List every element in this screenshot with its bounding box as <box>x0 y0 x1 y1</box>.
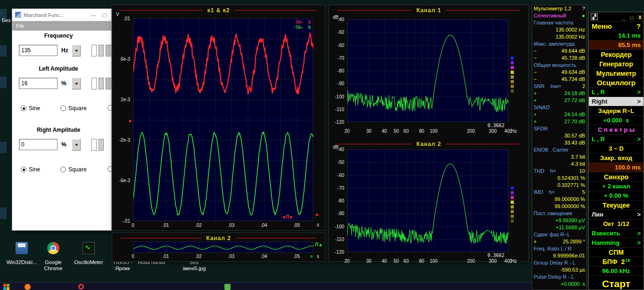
cp-closed-input[interactable]: Закр. вход <box>589 153 644 163</box>
scope-plot[interactable]: -30= 0-50= 0 ◄Л► <box>133 18 313 221</box>
cp-multimeter[interactable]: Мультиметр <box>589 69 644 78</box>
cp-lin[interactable]: Лин> <box>589 210 644 219</box>
spectrum2-titlebar[interactable]: Канал 2 <box>329 140 528 148</box>
channel-color-swatch[interactable] <box>510 209 514 214</box>
cp-right-glyph[interactable]: > <box>637 136 641 143</box>
window-titlebar[interactable]: Marchand Func... — ▢ <box>12 9 111 21</box>
cp-buffer[interactable]: 100.0 ms <box>589 163 644 172</box>
trigger-icon[interactable]: Л▲ <box>315 242 323 247</box>
multimeter-row[interactable]: Мультиметр 1,2? <box>532 5 586 12</box>
radio-partial[interactable] <box>107 166 112 172</box>
channel-color-swatch[interactable] <box>510 70 514 74</box>
scrollbar-fragment[interactable] <box>99 139 104 151</box>
radio-partial[interactable] <box>107 105 112 111</box>
cp-delay-rl[interactable]: Задерж R−L <box>589 106 644 116</box>
control-titlebar[interactable]: ▞ _ □ X <box>589 12 644 22</box>
cp-latency[interactable]: 85.5 ms <box>589 40 644 50</box>
cp-recorder[interactable]: Рекордер <box>589 50 644 59</box>
spectrum1-titlebar[interactable]: Канал 1 <box>329 6 528 15</box>
cp-window-hamming[interactable]: Hamming> <box>589 238 644 248</box>
partial-desktop-icon[interactable] <box>0 45 7 57</box>
opera-icon[interactable] <box>78 284 84 290</box>
channel-color-swatch[interactable] <box>510 56 514 60</box>
cp-right-glyph[interactable]: > <box>637 230 641 237</box>
channel-color-swatch[interactable] <box>510 200 514 204</box>
spectrum2-plot[interactable] <box>347 149 508 252</box>
cp-fft[interactable]: БПФ 218 <box>589 257 644 266</box>
cp-weighting[interactable]: Взвесить> <box>589 229 644 238</box>
channel-color-swatch[interactable] <box>510 205 514 209</box>
cp-samplerate[interactable]: 96.00 kHz <box>589 266 644 276</box>
cp-three-d[interactable]: 3 − D <box>589 144 644 153</box>
frequency-input[interactable] <box>19 45 58 56</box>
minimize-button[interactable]: — <box>88 12 99 18</box>
channel-color-swatch[interactable] <box>510 191 514 195</box>
right-sine-radio[interactable]: Sine <box>21 166 40 173</box>
start-button[interactable] <box>3 284 9 290</box>
right-amplitude-input[interactable] <box>19 139 58 150</box>
scrollbar-fragment[interactable] <box>91 45 97 56</box>
channel-color-swatch[interactable] <box>510 214 514 218</box>
cp-right-glyph[interactable]: > <box>637 211 641 218</box>
folder-icon[interactable] <box>224 284 231 290</box>
partial-desktop-icon[interactable] <box>0 76 7 89</box>
channel-color-swatch[interactable] <box>510 80 514 84</box>
cp-generator[interactable]: Генератор <box>589 59 644 69</box>
menu-file[interactable]: File <box>16 23 25 29</box>
cp-spm[interactable]: СПМ <box>589 248 644 257</box>
cp-channel-right[interactable]: Right> <box>589 97 644 106</box>
scrollbar-fragment[interactable] <box>106 45 112 56</box>
cp-delay-value[interactable]: +0.000 s <box>589 116 644 125</box>
maximize-button[interactable]: □ <box>630 15 634 20</box>
trigger-edge-icon[interactable]: ► <box>315 212 320 217</box>
left-square-radio[interactable]: Square <box>60 105 87 112</box>
minimize-button[interactable]: _ <box>622 15 625 20</box>
scrollbar-fragment[interactable] <box>99 45 104 56</box>
cp-time-window[interactable]: 14.1 ms <box>589 31 644 40</box>
scope-titlebar[interactable]: к1 & к2 <box>112 6 325 15</box>
frequency-decrement-button[interactable]: ◄ <box>72 45 81 56</box>
maximize-button[interactable]: ▢ <box>99 12 110 18</box>
channel-color-swatch[interactable] <box>510 61 514 65</box>
partial-desktop-icon[interactable] <box>0 141 7 153</box>
channel-color-swatch[interactable] <box>510 75 514 79</box>
channel-color-swatch[interactable] <box>510 65 514 70</box>
win32diskimager-icon[interactable]: Win32Diskl... <box>3 242 41 276</box>
cp-channels-lr[interactable]: L , R> <box>589 88 644 97</box>
right-square-radio[interactable]: Square <box>60 166 87 173</box>
scrollbar-fragment[interactable] <box>91 139 97 151</box>
cp-right-glyph[interactable]: > <box>637 98 641 105</box>
google-chrome-icon[interactable]: GoogleChrome <box>39 242 68 276</box>
left-sine-radio[interactable]: Sine <box>21 105 40 112</box>
channel-color-swatch[interactable] <box>510 84 514 89</box>
cp-sync[interactable]: Синхро <box>589 172 644 182</box>
cp-plus-2-channel[interactable]: + 2 канал <box>589 182 644 191</box>
cp-menu[interactable]: Меню? <box>589 22 644 31</box>
cp-right-glyph[interactable]: ? <box>636 22 641 30</box>
cp-spectra-lr[interactable]: L , R> <box>589 135 644 144</box>
firefox-icon[interactable] <box>25 284 31 290</box>
spectrum1-plot[interactable] <box>347 19 508 122</box>
partial-desktop-icon[interactable] <box>0 207 7 219</box>
scrollbar-fragment[interactable] <box>99 78 104 89</box>
right-amplitude-decrement-button[interactable]: ◄ <box>72 139 81 151</box>
channel-color-swatch[interactable] <box>510 89 514 93</box>
close-button[interactable]: X <box>638 15 642 20</box>
scrollbar-fragment[interactable] <box>106 78 112 89</box>
preview-plot[interactable] <box>133 242 313 253</box>
left-amplitude-decrement-button[interactable]: ◄ <box>72 78 81 89</box>
left-amplitude-input[interactable] <box>19 78 58 89</box>
cp-sync-percent[interactable]: + 0.00 % <box>589 191 644 201</box>
cp-right-glyph[interactable]: > <box>637 89 641 96</box>
cp-current[interactable]: Текущее <box>589 201 644 210</box>
channel-color-swatch[interactable] <box>510 186 514 190</box>
multimeter-row[interactable]: Селективный● <box>532 12 586 19</box>
cp-spectra[interactable]: С п е к т р ы <box>589 125 644 135</box>
channel-color-swatch[interactable] <box>510 219 514 223</box>
channel-color-swatch[interactable] <box>510 195 514 200</box>
cp-start[interactable]: Старт <box>589 276 644 290</box>
scrollbar-fragment[interactable] <box>91 78 97 89</box>
cp-oct[interactable]: Окт 1/12 <box>589 219 644 229</box>
oscillometer-icon[interactable]: OscilloMeter <box>70 242 107 276</box>
cp-oscilloscope[interactable]: Осциллогр <box>589 78 644 88</box>
